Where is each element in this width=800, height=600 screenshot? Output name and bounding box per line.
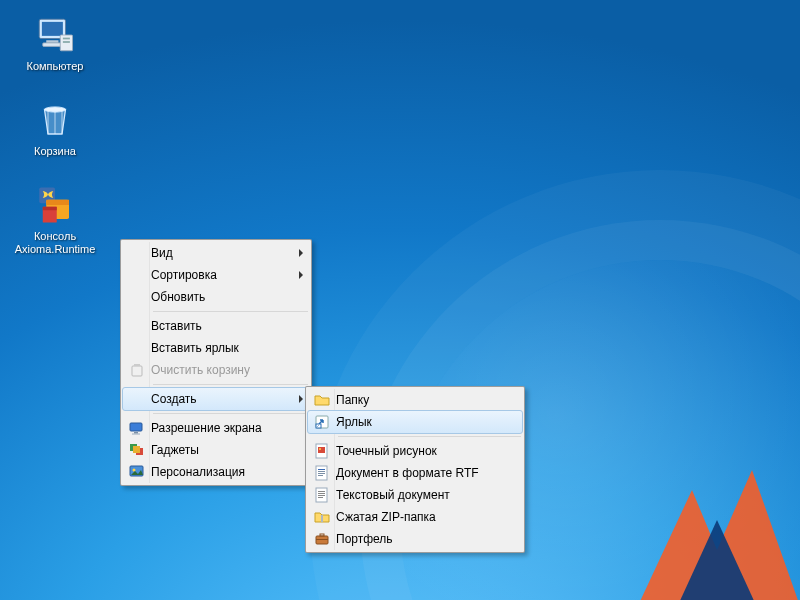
- submenu-item-folder[interactable]: Папку: [308, 389, 522, 411]
- new-submenu: Папку Ярлык Точечный р: [305, 386, 525, 553]
- submenu-arrow-icon: [299, 395, 303, 403]
- menu-item-label: Ярлык: [336, 415, 372, 429]
- menu-item-label: Разрешение экрана: [151, 421, 262, 435]
- menu-item-label: Документ в формате RTF: [336, 466, 479, 480]
- svg-point-22: [133, 469, 136, 472]
- menu-item-label: Портфель: [336, 532, 393, 546]
- svg-rect-32: [318, 475, 323, 476]
- svg-rect-38: [321, 515, 323, 522]
- menu-item-label: Создать: [151, 392, 197, 406]
- menu-item-label: Вставить ярлык: [151, 341, 239, 355]
- svg-rect-20: [133, 446, 140, 453]
- svg-rect-17: [132, 434, 140, 435]
- menu-item-label: Сжатая ZIP-папка: [336, 510, 436, 524]
- bmp-icon: [314, 443, 330, 459]
- submenu-arrow-icon: [299, 249, 303, 257]
- menu-item-personalize[interactable]: Персонализация: [123, 461, 309, 483]
- svg-rect-10: [46, 200, 69, 205]
- menu-item-screen-resolution[interactable]: Разрешение экрана: [123, 417, 309, 439]
- computer-icon: [34, 14, 76, 56]
- svg-rect-29: [318, 469, 325, 470]
- svg-rect-34: [318, 491, 325, 492]
- menu-item-view[interactable]: Вид: [123, 242, 309, 264]
- svg-rect-30: [318, 471, 325, 472]
- submenu-item-bitmap[interactable]: Точечный рисунок: [308, 440, 522, 462]
- menu-item-paste[interactable]: Вставить: [123, 315, 309, 337]
- desktop-icon-label: Компьютер: [27, 60, 84, 73]
- menu-item-gadgets[interactable]: Гаджеты: [123, 439, 309, 461]
- menu-separator: [153, 413, 308, 414]
- desktop-icon-label: Консоль Axioma.Runtime: [12, 230, 98, 256]
- svg-rect-37: [318, 497, 323, 498]
- menu-item-label: Обновить: [151, 290, 205, 304]
- menu-item-paste-shortcut[interactable]: Вставить ярлык: [123, 337, 309, 359]
- menu-item-refresh[interactable]: Обновить: [123, 286, 309, 308]
- console-icon: [34, 184, 76, 226]
- menu-item-label: Текстовый документ: [336, 488, 450, 502]
- menu-separator: [153, 384, 308, 385]
- svg-rect-36: [318, 495, 325, 496]
- trash-icon: [129, 362, 145, 378]
- menu-item-new[interactable]: Создать: [122, 387, 310, 411]
- svg-rect-1: [42, 22, 63, 36]
- menu-item-label: Очистить корзину: [151, 363, 250, 377]
- submenu-item-txt[interactable]: Текстовый документ: [308, 484, 522, 506]
- desktop-icon-console[interactable]: Консоль Axioma.Runtime: [10, 180, 100, 260]
- briefcase-icon: [314, 531, 330, 547]
- svg-point-27: [319, 448, 321, 450]
- svg-rect-14: [134, 364, 140, 366]
- svg-rect-3: [43, 43, 62, 47]
- menu-item-label: Гаджеты: [151, 443, 199, 457]
- svg-rect-35: [318, 493, 325, 494]
- svg-rect-40: [320, 534, 324, 536]
- menu-item-empty-recycle: Очистить корзину: [123, 359, 309, 381]
- recyclebin-icon: [34, 99, 76, 141]
- txt-icon: [314, 487, 330, 503]
- desktop-icons: Компьютер Корзина Консоль Axioma.Runtime: [10, 10, 100, 278]
- svg-rect-31: [318, 473, 325, 474]
- menu-item-label: Вид: [151, 246, 173, 260]
- submenu-item-rtf[interactable]: Документ в формате RTF: [308, 462, 522, 484]
- desktop-icon-computer[interactable]: Компьютер: [10, 10, 100, 77]
- submenu-item-zip[interactable]: Сжатая ZIP-папка: [308, 506, 522, 528]
- wallpaper-accent: [622, 450, 800, 600]
- menu-separator: [153, 311, 308, 312]
- svg-rect-13: [132, 366, 142, 376]
- svg-rect-5: [63, 38, 70, 40]
- menu-item-label: Вставить: [151, 319, 202, 333]
- rtf-icon: [314, 465, 330, 481]
- menu-item-label: Персонализация: [151, 465, 245, 479]
- desktop-context-menu: Вид Сортировка Обновить Вставить Вставит…: [120, 239, 312, 486]
- personalize-icon: [129, 464, 145, 480]
- menu-item-label: Сортировка: [151, 268, 217, 282]
- submenu-item-shortcut[interactable]: Ярлык: [307, 410, 523, 434]
- gadgets-icon: [129, 442, 145, 458]
- svg-rect-15: [130, 423, 142, 431]
- svg-rect-12: [43, 207, 57, 211]
- shortcut-icon: [314, 414, 330, 430]
- menu-item-sort[interactable]: Сортировка: [123, 264, 309, 286]
- svg-rect-16: [134, 432, 138, 434]
- folder-icon: [314, 392, 330, 408]
- svg-rect-6: [63, 41, 70, 43]
- submenu-arrow-icon: [299, 271, 303, 279]
- svg-rect-26: [318, 447, 325, 453]
- menu-separator: [338, 436, 521, 437]
- desktop-icon-label: Корзина: [34, 145, 76, 158]
- menu-item-label: Папку: [336, 393, 369, 407]
- desktop-icon-recyclebin[interactable]: Корзина: [10, 95, 100, 162]
- submenu-item-briefcase[interactable]: Портфель: [308, 528, 522, 550]
- zip-icon: [314, 509, 330, 525]
- display-icon: [129, 420, 145, 436]
- svg-point-7: [45, 107, 66, 112]
- menu-item-label: Точечный рисунок: [336, 444, 437, 458]
- svg-rect-41: [316, 539, 328, 540]
